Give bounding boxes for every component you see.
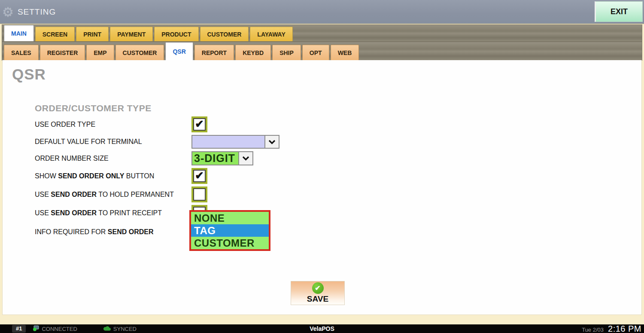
row-print-receipt: USE SEND ORDER TO PRINT RECEIPT bbox=[35, 205, 641, 221]
row-default-terminal: DEFAULT VALUE FOR TERMINAL bbox=[35, 135, 641, 149]
setting-screen: ⚙ SETTING EXIT MAIN SCREEN PRINT PAYMENT… bbox=[0, 0, 644, 333]
row-hold-permanent: USE SEND ORDER TO HOLD PERMANENT bbox=[35, 186, 641, 202]
tab-customer[interactable]: CUSTOMER bbox=[200, 27, 249, 41]
field-label: SHOW SEND ORDER ONLY BUTTON bbox=[35, 172, 191, 180]
subtab-customer[interactable]: CUSTOMER bbox=[115, 45, 164, 60]
titlebar: ⚙ SETTING EXIT bbox=[0, 0, 644, 24]
option-tag[interactable]: TAG bbox=[191, 224, 269, 237]
tab-payment[interactable]: PAYMENT bbox=[110, 27, 153, 41]
row-order-number-size: ORDER NUMBER SIZE 3-DIGIT bbox=[35, 151, 641, 165]
select-value: 3-DIGIT bbox=[192, 152, 238, 165]
secondary-tabstrip: SALES REGISTER EMP CUSTOMER QSR REPORT K… bbox=[2, 42, 642, 60]
page-title: QSR bbox=[12, 66, 641, 83]
primary-tabstrip: MAIN SCREEN PRINT PAYMENT PRODUCT CUSTOM… bbox=[2, 25, 642, 41]
exit-button[interactable]: EXIT bbox=[595, 1, 643, 22]
subtab-web[interactable]: WEB bbox=[331, 45, 359, 60]
main-area: MAIN SCREEN PRINT PAYMENT PRODUCT CUSTOM… bbox=[0, 24, 644, 324]
row-show-send-order-only: SHOW SEND ORDER ONLY BUTTON ✔ bbox=[35, 168, 641, 184]
subtab-opt[interactable]: OPT bbox=[302, 45, 329, 60]
option-customer[interactable]: CUSTOMER bbox=[191, 237, 269, 249]
field-label: ORDER NUMBER SIZE bbox=[35, 155, 191, 162]
page-header-title: SETTING bbox=[18, 7, 56, 17]
tab-screen[interactable]: SCREEN bbox=[35, 27, 75, 41]
field-label: DEFAULT VALUE FOR TERMINAL bbox=[35, 138, 191, 146]
order-number-size-select[interactable]: 3-DIGIT bbox=[191, 151, 253, 165]
save-button-label: SAVE bbox=[307, 294, 328, 304]
tab-product[interactable]: PRODUCT bbox=[154, 27, 198, 41]
subtab-keybd[interactable]: KEYBD bbox=[235, 45, 271, 60]
statusbar: #1 CONNECTED SYNCED VelaPOS Tue 2/03 2:1… bbox=[0, 324, 644, 333]
subtab-ship[interactable]: SHIP bbox=[272, 45, 301, 60]
check-circle-icon: ✔ bbox=[312, 282, 324, 294]
row-info-required: INFO REQUIRED FOR SEND ORDER bbox=[35, 227, 641, 237]
info-required-open-dropdown: NONE TAG CUSTOMER bbox=[189, 210, 270, 251]
subtab-qsr[interactable]: QSR bbox=[165, 42, 193, 60]
field-label: INFO REQUIRED FOR SEND ORDER bbox=[35, 228, 191, 236]
show-send-order-only-checkbox[interactable]: ✔ bbox=[191, 168, 207, 184]
section-title: ORDER/CUSTOMER TYPE bbox=[35, 103, 641, 113]
field-label: USE SEND ORDER TO HOLD PERMANENT bbox=[35, 191, 191, 199]
field-label: USE SEND ORDER TO PRINT RECEIPT bbox=[35, 209, 191, 217]
checkmark-icon: ✔ bbox=[195, 119, 204, 129]
option-none[interactable]: NONE bbox=[191, 212, 269, 224]
chevron-down-icon bbox=[238, 152, 252, 165]
subtab-report[interactable]: REPORT bbox=[194, 45, 234, 60]
row-use-order-type: USE ORDER TYPE ✔ bbox=[35, 116, 641, 132]
subtab-emp[interactable]: EMP bbox=[86, 45, 114, 60]
select-value bbox=[192, 136, 264, 148]
tab-layaway[interactable]: LAYAWAY bbox=[250, 27, 292, 41]
settings-form: USE ORDER TYPE ✔ DEFAULT VALUE FOR TERMI… bbox=[35, 116, 641, 237]
subtab-sales[interactable]: SALES bbox=[4, 45, 39, 60]
default-terminal-select[interactable] bbox=[191, 135, 279, 149]
save-button[interactable]: ✔ SAVE bbox=[291, 281, 345, 305]
content-panel: QSR ORDER/CUSTOMER TYPE USE ORDER TYPE ✔… bbox=[2, 60, 642, 315]
field-label: USE ORDER TYPE bbox=[35, 121, 191, 128]
checkmark-icon: ✔ bbox=[195, 170, 204, 181]
use-order-type-checkbox[interactable]: ✔ bbox=[191, 116, 207, 132]
tab-print[interactable]: PRINT bbox=[76, 27, 109, 41]
app-name: VelaPOS bbox=[0, 325, 644, 332]
hold-permanent-checkbox[interactable] bbox=[191, 186, 207, 202]
subtab-register[interactable]: REGISTER bbox=[40, 45, 85, 60]
tab-main[interactable]: MAIN bbox=[4, 25, 34, 41]
gear-icon: ⚙ bbox=[2, 6, 14, 18]
chevron-down-icon bbox=[264, 136, 279, 148]
